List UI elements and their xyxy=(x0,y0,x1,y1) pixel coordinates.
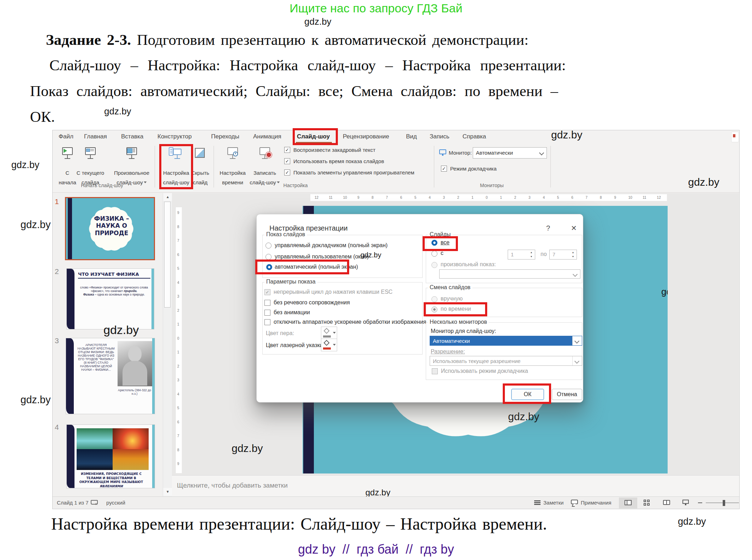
pen-color-picker[interactable] xyxy=(321,327,337,339)
tab-home[interactable]: Главная xyxy=(84,133,107,140)
start-from-current-icon[interactable] xyxy=(82,147,99,163)
play-narrations-checkbox[interactable] xyxy=(284,147,290,153)
hide-slide-label2[interactable]: слайд xyxy=(193,179,208,185)
custom-slideshow-label1[interactable]: Произвольное xyxy=(114,170,149,176)
vertical-ruler[interactable]: 9876543210123456789 xyxy=(176,207,182,473)
loop-continuously-label[interactable]: непрерывный цикл до нажатия клавиши ESC xyxy=(274,289,393,295)
zoom-slider-track[interactable] xyxy=(706,502,739,503)
thumbnail-scrollbar[interactable]: ▲ ▼ xyxy=(163,193,172,496)
scroll-down-arrow[interactable]: ▼ xyxy=(163,488,172,496)
presenter-view-checkbox[interactable] xyxy=(441,166,447,172)
set-up-show-dialog: Настройка презентации ? ✕ Показ слайдов … xyxy=(256,214,583,403)
notes-placeholder[interactable]: Щелкните, чтобы добавить заметки xyxy=(177,482,288,489)
tab-help[interactable]: Справка xyxy=(462,133,486,140)
comments-icon[interactable] xyxy=(571,500,578,504)
disable-hardware-acceleration-checkbox[interactable] xyxy=(264,319,270,325)
cut-off-ribbon-button[interactable] xyxy=(731,132,739,142)
dialog-close-button[interactable]: ✕ xyxy=(571,224,577,232)
manually-label[interactable]: вручную xyxy=(441,296,462,302)
presented-by-speaker-radio[interactable] xyxy=(265,243,271,249)
normal-view-icon[interactable] xyxy=(625,500,632,505)
without-narration-checkbox[interactable] xyxy=(264,300,270,306)
monitor-dropdown[interactable]: Автоматически xyxy=(473,147,547,159)
page: Ищите нас по запросу ГДЗ Бай gdz.by Зада… xyxy=(0,0,752,560)
horizontal-ruler[interactable]: 1211109876543210123456789101112 xyxy=(310,194,667,201)
aristotle-caption: Аристотель (384-322 до н.э.) xyxy=(115,388,154,395)
slide-4-thumbnail[interactable]: ИЗМЕНЕНИЯ, ПРОИСХОДЯЩИЕ С ТЕЛАМИ И ВЕЩЕС… xyxy=(66,424,155,488)
presenter-view-label[interactable]: Режим докладчика xyxy=(450,166,497,172)
watermark: gdz.by xyxy=(304,16,332,27)
custom-show-radio[interactable] xyxy=(431,262,437,268)
slide-1-thumbnail[interactable]: ФИЗИКА – НАУКА О ПРИРОДЕ xyxy=(65,197,155,260)
tab-review[interactable]: Рецензирование xyxy=(343,133,389,140)
play-narrations-label[interactable]: Воспроизвести закадровый текст xyxy=(293,147,375,153)
disable-hardware-acceleration-label[interactable]: отключить аппаратное ускорение обработки… xyxy=(274,319,426,325)
start-from-current-label1[interactable]: С текущего xyxy=(77,170,104,176)
notes-toggle-icon[interactable] xyxy=(534,500,541,501)
use-presenter-view-label[interactable]: Использовать режим докладчика xyxy=(441,368,528,374)
manually-radio[interactable] xyxy=(431,296,437,302)
slide-3-thumbnail[interactable]: АРИСТОТЕЛЯ НАЗЫВАЮТ КРЕСТНЫМ ОТЦОМ ФИЗИК… xyxy=(66,338,155,414)
comments-label[interactable]: Примечания xyxy=(581,500,611,506)
spellcheck-icon[interactable] xyxy=(91,500,98,505)
notes-panel[interactable]: Щелкните, чтобы добавить заметки gdz.by xyxy=(172,475,739,496)
use-presenter-view-checkbox[interactable] xyxy=(432,368,438,374)
show-media-controls-checkbox[interactable] xyxy=(284,169,290,175)
from-slides-radio[interactable] xyxy=(431,251,437,257)
from-slide-spinner[interactable]: 1▲▼ xyxy=(508,250,535,260)
ribbon-bottom-border xyxy=(53,192,739,193)
rehearse-timings-label1[interactable]: Настройка xyxy=(220,170,246,176)
task-line-1: Задание 2-3. Подготовим презентацию к ав… xyxy=(46,31,529,48)
browsed-by-individual-label[interactable]: управляемый пользователем (окно) xyxy=(275,254,369,260)
slide-sorter-icon[interactable] xyxy=(644,500,650,506)
rehearse-timings-label2[interactable]: времени xyxy=(222,179,243,185)
browsed-by-individual-radio[interactable] xyxy=(265,254,271,260)
record-slideshow-label1[interactable]: Записать xyxy=(253,170,276,176)
language-indicator[interactable]: русский xyxy=(106,500,125,506)
loop-continuously-checkbox[interactable] xyxy=(264,289,270,295)
tab-transitions[interactable]: Переходы xyxy=(211,133,239,140)
annotation-box-using-timings xyxy=(424,302,487,316)
slideshow-view-icon[interactable] xyxy=(682,500,689,504)
tab-file[interactable]: Файл xyxy=(59,133,73,140)
slide-2-thumbnail[interactable]: ЧТО ИЗУЧАЕТ ФИЗИКА слово «Физика» происх… xyxy=(66,268,154,329)
use-timings-checkbox[interactable] xyxy=(284,158,290,164)
without-animation-label[interactable]: без анимации xyxy=(274,309,310,316)
start-from-beginning-icon[interactable] xyxy=(59,147,76,163)
tab-design[interactable]: Конструктор xyxy=(157,133,192,140)
start-from-beginning-label1[interactable]: С xyxy=(66,170,70,176)
hide-slide-icon[interactable] xyxy=(192,147,208,163)
slideshow-monitor-dropdown[interactable]: Автоматически xyxy=(430,336,582,346)
presented-by-speaker-label[interactable]: управляемый докладчиком (полный экран) xyxy=(275,242,388,249)
to-slide-spinner[interactable]: 7▲▼ xyxy=(549,250,577,260)
tab-insert[interactable]: Вставка xyxy=(121,133,143,140)
resolution-dropdown[interactable]: Использовать текущее разрешение xyxy=(430,356,582,366)
rehearse-timings-icon[interactable] xyxy=(225,147,241,163)
use-timings-label[interactable]: Использовать время показа слайдов xyxy=(293,158,384,164)
tab-animations[interactable]: Анимация xyxy=(253,133,281,140)
annotation-box-all-slides xyxy=(423,236,458,251)
custom-show-label[interactable]: произвольный показ: xyxy=(441,261,496,268)
scrollbar-thumb[interactable] xyxy=(164,202,171,308)
show-media-controls-label[interactable]: Показать элементы управления проигрывате… xyxy=(293,169,414,175)
custom-show-dropdown[interactable] xyxy=(439,269,580,279)
zoom-out-icon[interactable] xyxy=(698,502,702,503)
reading-view-icon[interactable] xyxy=(663,500,670,505)
without-narration-label[interactable]: без речевого сопровождения xyxy=(274,299,350,306)
without-animation-checkbox[interactable] xyxy=(264,310,270,316)
laser-color-picker[interactable] xyxy=(321,339,337,351)
annotation-box-setup-slideshow xyxy=(159,144,193,189)
watermark: gdz.by xyxy=(688,176,719,188)
tab-record[interactable]: Запись xyxy=(430,133,449,140)
record-slideshow-label2[interactable]: слайд-шоу xyxy=(250,179,280,185)
record-slideshow-icon[interactable] xyxy=(257,147,273,163)
custom-slideshow-icon[interactable] xyxy=(124,147,140,163)
scroll-up-arrow[interactable]: ▲ xyxy=(163,193,172,201)
start-from-beginning-label2[interactable]: начала xyxy=(59,179,76,185)
tab-view[interactable]: Вид xyxy=(406,133,417,140)
hide-slide-label1[interactable]: Скрыть xyxy=(191,170,209,176)
notes-toggle-label[interactable]: Заметки xyxy=(543,500,563,506)
dialog-help-button[interactable]: ? xyxy=(546,224,550,232)
cancel-button[interactable]: Отмена xyxy=(552,389,582,400)
zoom-slider-thumb[interactable] xyxy=(723,500,725,506)
